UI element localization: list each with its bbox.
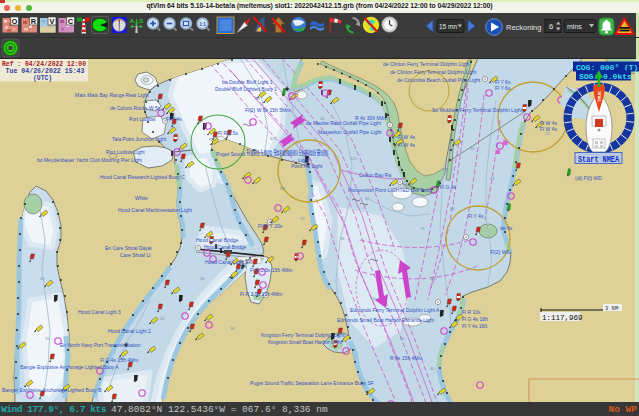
svg-text:Hood Canal Light 3: Hood Canal Light 3 [78, 309, 121, 315]
svg-text:70: 70 [300, 216, 305, 221]
svg-text:Ref : 04/24/2022 12:00: Ref : 04/24/2022 12:00 [2, 61, 86, 68]
svg-text:18: 18 [230, 326, 235, 331]
svg-text:62: 62 [270, 136, 275, 141]
svg-text:Bangie Explosive Anchorage Lig: Bangie Explosive Anchorage Lighted Buoy … [20, 364, 119, 370]
svg-text:Traffic Lane Separation Lighte: Traffic Lane Separation Lighted Buoy [246, 148, 329, 154]
svg-text:R 4s 15ft 4Mm: R 4s 15ft 4Mm [390, 355, 423, 361]
svg-text:So Mukilteo Ferry Terminal Dol: So Mukilteo Ferry Terminal Dolphin Light [432, 107, 523, 113]
svg-text:COG: 000° (T): COG: 000° (T) [576, 63, 638, 72]
svg-text:Double Bluff Lighted Buoy 1: Double Bluff Lighted Buoy 1 [215, 86, 277, 92]
svg-text:Culton Bay Ra: Culton Bay Ra [359, 172, 391, 178]
svg-text:Fl W 4s: Fl W 4s [398, 134, 415, 140]
svg-text:de Mackie Rack Outfall Pipe Li: de Mackie Rack Outfall Pipe Light [306, 120, 382, 126]
svg-text:Fl W 4s: Fl W 4s [398, 142, 415, 148]
svg-text:Fl Y 4s 16ft: Fl Y 4s 16ft [462, 323, 488, 329]
svg-text:1:1: 1:1 [199, 22, 206, 27]
svg-text:mins: mins [567, 23, 582, 30]
svg-text:(UTC): (UTC) [33, 75, 52, 82]
svg-text:Possession Point LIGHTED Bell: Possession Point LIGHTED Bell Buoy [348, 187, 432, 193]
svg-text:60: 60 [365, 196, 370, 201]
svg-text:En Care Shoal Dayai: En Care Shoal Dayai [105, 245, 152, 251]
svg-text:Edmonds Small Boat Harbor Entr: Edmonds Small Boat Harbor Entrance Light [337, 317, 435, 323]
svg-text:Fl(5) Y 20s: Fl(5) Y 20s [258, 223, 283, 229]
svg-text:de Colvos Rocks W 5s: de Colvos Rocks W 5s [110, 105, 161, 111]
svg-text:White: White [135, 195, 148, 201]
svg-text:Fl(2) WG: Fl(2) WG [490, 249, 510, 255]
svg-text:40: 40 [450, 206, 455, 211]
svg-text:En North Navy Port Transmit St: En North Navy Port Transmit Station [60, 342, 141, 348]
svg-text:R: R [31, 17, 37, 26]
svg-text:C: C [68, 17, 74, 26]
svg-text:Kingston Ferry Terminal Dolphi: Kingston Ferry Terminal Dolphin Light [261, 332, 345, 338]
svg-text:Care Shoal Li: Care Shoal Li [120, 252, 150, 258]
svg-text:36: 36 [200, 276, 205, 281]
svg-text:30: 30 [40, 276, 45, 281]
svg-text:Fl R 10s: Fl R 10s [462, 309, 481, 315]
svg-text:120: 120 [350, 156, 357, 161]
svg-text:80: 80 [400, 336, 405, 341]
svg-text:Fl G 4s: Fl G 4s [440, 184, 457, 190]
svg-text:Hood Canal Bridge: Hood Canal Bridge [196, 237, 238, 243]
svg-text:Puget Sound Traffic Separation: Puget Sound Traffic Separation Lane Entr… [250, 380, 374, 386]
svg-text:Tue 04/26/2022 15:43: Tue 04/26/2022 15:43 [6, 68, 85, 75]
svg-text:Fl G 4s 18ft: Fl G 4s 18ft [462, 316, 488, 322]
svg-text:Maxwelton Outfall Pipe Light: Maxwelton Outfall Pipe Light [318, 129, 382, 135]
svg-text:15 mn: 15 mn [439, 23, 457, 30]
svg-text:A.I.S: A.I.S [130, 18, 143, 24]
svg-text:Fl R 4s: Fl R 4s [166, 116, 182, 122]
svg-text:75: 75 [420, 226, 425, 231]
svg-text:110: 110 [370, 296, 377, 301]
svg-text:Hood Canal Light 9: Hood Canal Light 9 [205, 259, 248, 265]
svg-text:102: 102 [430, 276, 437, 281]
svg-text:de 6s: de 6s [500, 225, 513, 231]
svg-text:Fl R 2.5s: Fl R 2.5s [218, 130, 239, 136]
svg-text:40: 40 [255, 96, 260, 101]
svg-text:40: 40 [300, 121, 305, 126]
svg-text:Fl G 4s 15ft 4Mm: Fl G 4s 15ft 4Mm [100, 357, 138, 363]
svg-text:Point No Light: Point No Light [291, 163, 323, 169]
svg-text:de Clinton Ferry Terminal Dolp: de Clinton Ferry Terminal Dolphin Light [383, 61, 470, 67]
svg-text:60: 60 [430, 366, 435, 371]
svg-text:Edmonds Ferry Terminal Dolphin: Edmonds Ferry Terminal Dolphin Light A [350, 307, 440, 313]
svg-text:Fl(2) W 5s 15ft 5Mm: Fl(2) W 5s 15ft 5Mm [245, 107, 290, 113]
svg-text:Hood Canal Research Lighted Bu: Hood Canal Research Lighted Buoy C [100, 174, 185, 180]
svg-text:6: 6 [549, 22, 553, 31]
svg-text:3 NM: 3 NM [605, 305, 618, 312]
svg-text:Hood Canal Maritimestation Lig: Hood Canal Maritimestation Light [118, 207, 193, 213]
svg-text:64: 64 [490, 176, 495, 181]
svg-text:SOG: 0.0kts: SOG: 0.0kts [579, 72, 632, 81]
svg-text:Hood Canal Bridge: Hood Canal Bridge [204, 244, 246, 250]
svg-text:Fl G 2.5s 15ft 4Mm: Fl G 2.5s 15ft 4Mm [250, 267, 293, 273]
svg-text:Port Ludlow Light: Port Ludlow Light [106, 149, 145, 155]
svg-text:TRUE: TRUE [597, 91, 602, 102]
svg-text:Start NMEA: Start NMEA [578, 155, 620, 165]
svg-text:bo Meydenbauer Yacht Club Moor: bo Meydenbauer Yacht Club Mooring Pier L… [37, 157, 142, 163]
svg-text:Hood Canal Light 2: Hood Canal Light 2 [108, 328, 151, 334]
svg-text:95: 95 [470, 146, 475, 151]
svg-text:Port Ludlow: Port Ludlow [129, 116, 156, 122]
svg-text:de Columbia Beach Outfall Pipe: de Columbia Beach Outfall Pipe Light [397, 77, 481, 83]
svg-text:Banger Explosive Anchorage Lig: Banger Explosive Anchorage Lighted Buoy … [2, 387, 102, 393]
svg-text:O: O [12, 17, 18, 26]
svg-text:de Clinton Ferry Terminal Dolp: de Clinton Ferry Terminal Dolphin Light [390, 69, 477, 75]
svg-text:1:117,969: 1:117,969 [542, 314, 583, 322]
svg-text:Fl R 2.5s 15ft 4Mm: Fl R 2.5s 15ft 4Mm [240, 291, 282, 297]
svg-text:96: 96 [340, 236, 345, 241]
svg-text:V: V [49, 17, 54, 26]
svg-text:Fl W 4s: Fl W 4s [540, 126, 557, 132]
svg-text:bo Double Bluff Light 1: bo Double Bluff Light 1 [222, 79, 273, 85]
svg-text:88: 88 [280, 186, 285, 191]
svg-text:52: 52 [160, 316, 165, 321]
svg-text:Kingston Small Boat Harbor Lig: Kingston Small Boat Harbor Light [268, 339, 343, 345]
svg-text:Fl Y 4s: Fl Y 4s [468, 213, 484, 219]
svg-text:(di) Fl(l) WD: (di) Fl(l) WD [575, 175, 602, 181]
svg-text:55: 55 [45, 336, 50, 341]
svg-text:Mats Mats Bay Range Rear Light: Mats Mats Bay Range Rear Light [75, 92, 149, 98]
svg-text:Fl Y 6s: Fl Y 6s [495, 85, 511, 91]
svg-text:Reckoning: Reckoning [506, 23, 541, 32]
svg-text:Tala Point Junction Light: Tala Point Junction Light [112, 136, 167, 142]
